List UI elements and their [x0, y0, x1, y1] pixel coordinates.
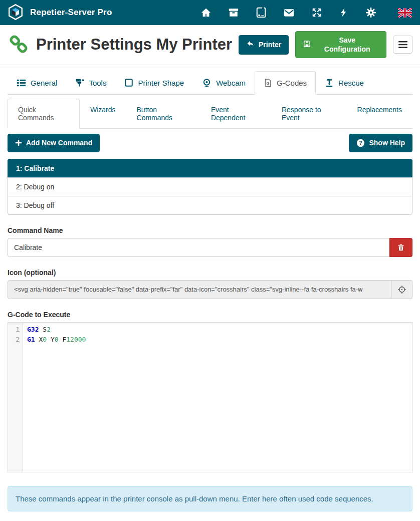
envelope-icon[interactable]	[283, 7, 295, 19]
quick-command-list: 1: Calibrate 2: Debug on 3: Debug off	[8, 159, 412, 215]
tab-printer-shape[interactable]: Printer Shape	[115, 71, 193, 94]
brand-name: Repetier-Server Pro	[30, 8, 112, 18]
svg-text:G: G	[266, 81, 269, 86]
page-title: Printer Settings My Printer	[36, 36, 232, 54]
show-help-button[interactable]: ? Show Help	[349, 134, 412, 152]
delete-command-button[interactable]	[389, 238, 412, 257]
commands-toolbar: Add New Command ? Show Help	[8, 134, 412, 152]
subtab-button-commands[interactable]: Button Commands	[126, 99, 200, 128]
navbar-icons	[200, 7, 413, 19]
settings-tabs: General Tools Printer Shape Webcam G G-C…	[8, 71, 412, 95]
z-probe-icon	[325, 78, 334, 87]
tab-general[interactable]: General	[8, 71, 66, 94]
icon-field-group	[8, 280, 412, 299]
archive-box-icon[interactable]	[228, 7, 239, 18]
toolbar-spacer	[100, 134, 349, 152]
hamburger-icon	[398, 41, 407, 48]
gcode-editor-gutter: 12	[8, 323, 23, 472]
icon-preview-addon	[391, 280, 412, 299]
subtab-event-dependent[interactable]: Event Dependent	[200, 99, 271, 128]
svg-text:?: ?	[359, 140, 362, 146]
tab-rescue[interactable]: Rescue	[316, 71, 373, 94]
subtab-replacements[interactable]: Replacements	[347, 99, 413, 128]
command-list-item-debug-on[interactable]: 2: Debug on	[8, 177, 412, 196]
printer-back-button[interactable]: Printer	[239, 35, 289, 55]
floppy-save-icon	[303, 40, 311, 50]
command-name-input[interactable]	[8, 238, 389, 257]
tab-tools[interactable]: Tools	[66, 71, 115, 94]
command-name-label: Command Name	[8, 226, 412, 234]
square-outline-icon	[124, 78, 133, 87]
plus-icon	[15, 139, 22, 146]
flag-uk-icon[interactable]	[398, 8, 412, 18]
crosshairs-icon	[397, 285, 406, 294]
link-icon	[8, 33, 30, 57]
gcode-editor[interactable]: 12 G32 S2G1 X0 Y0 F12000	[8, 322, 412, 472]
print-bed-icon[interactable]	[256, 7, 267, 18]
subtab-wizards[interactable]: Wizards	[80, 99, 126, 128]
bolt-icon[interactable]	[339, 7, 349, 18]
gcode-label: G-Code to Execute	[8, 311, 412, 319]
icon-optional-label: Icon (optional)	[8, 269, 412, 277]
question-circle-icon: ?	[356, 139, 365, 147]
hamburger-menu-button[interactable]	[393, 36, 412, 54]
subtab-response-to-event[interactable]: Response to Event	[271, 99, 347, 128]
gcode-editor-lines[interactable]: G32 S2G1 X0 Y0 F12000	[23, 323, 412, 472]
add-new-command-button[interactable]: Add New Command	[8, 134, 100, 152]
top-navbar: Repetier-Server Pro	[0, 0, 420, 25]
repetier-logo-icon	[7, 4, 24, 22]
subtab-quick-commands[interactable]: Quick Commands	[8, 99, 80, 128]
brand[interactable]: Repetier-Server Pro	[7, 4, 112, 22]
command-name-group	[8, 238, 412, 257]
icon-svg-input[interactable]	[8, 280, 391, 299]
info-message-box: These commands appear in the printer con…	[8, 486, 412, 511]
reply-arrow-icon	[246, 40, 255, 50]
tab-gcodes[interactable]: G G-Codes	[255, 71, 316, 94]
save-configuration-button[interactable]: Save Configuration	[295, 31, 386, 58]
command-list-item-calibrate[interactable]: 1: Calibrate	[8, 159, 412, 178]
webcam-icon	[202, 78, 212, 88]
trash-icon	[397, 243, 405, 252]
home-icon[interactable]	[200, 7, 212, 18]
list-icon	[17, 78, 26, 88]
expand-arrows-icon[interactable]	[311, 7, 322, 18]
gcode-file-icon: G	[264, 78, 272, 88]
gcodes-sub-tabs: Quick Commands Wizards Button Commands E…	[8, 99, 412, 129]
page-header: Printer Settings My Printer Printer Save…	[0, 25, 420, 65]
extruder-icon	[75, 78, 84, 87]
gear-icon[interactable]	[365, 7, 376, 18]
command-list-item-debug-off[interactable]: 3: Debug off	[8, 196, 412, 215]
main-content: General Tools Printer Shape Webcam G G-C…	[0, 71, 420, 521]
tab-webcam[interactable]: Webcam	[193, 71, 255, 94]
